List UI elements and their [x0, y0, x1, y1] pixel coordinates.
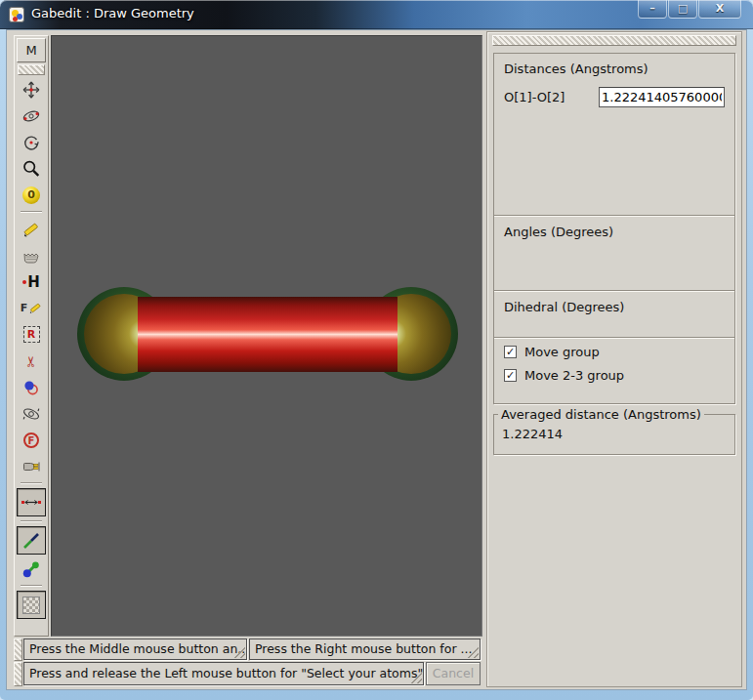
- distances-section: Distances (Angstroms) O[1]-O[2]: [494, 54, 734, 215]
- rotate-tool-button[interactable]: [18, 103, 45, 128]
- plug-icon: [21, 457, 41, 476]
- averaged-distance-value: 1.222414: [502, 427, 727, 441]
- rotate-fragment-tool-button[interactable]: [18, 401, 45, 426]
- rotate-3d-icon: [21, 106, 41, 126]
- atom-pair-tool-button[interactable]: [18, 375, 45, 399]
- draw-bond-tool-button[interactable]: [17, 526, 46, 555]
- pencil-icon: [21, 220, 41, 239]
- measure-distance-icon: [21, 496, 42, 510]
- background-pattern-tool-button[interactable]: [17, 591, 46, 619]
- rotate-fragment-icon: [21, 404, 41, 424]
- titlebar[interactable]: Gabedit : Draw Geometry – □ X: [0, 0, 753, 29]
- translate-icon: [21, 80, 41, 100]
- atom-zero-icon: 0: [22, 186, 40, 204]
- dihedral-title: Dihedral (Degrees): [504, 300, 725, 314]
- rotate-z-icon: [21, 133, 41, 152]
- eraser-icon: [21, 246, 41, 266]
- averaged-distance-title: Averaged distance (Angstroms): [498, 407, 704, 422]
- measure-panel: Distances (Angstroms) O[1]-O[2] Angles (…: [486, 31, 742, 687]
- left-mouse-statusbar: Press and release the Left mouse button …: [23, 662, 424, 685]
- fragment-letter: F: [21, 302, 28, 314]
- gabedit-app-icon: [9, 7, 24, 22]
- hydrogen-bond-dot: [22, 280, 26, 284]
- toolbar-separator: [21, 211, 42, 213]
- draw-toolbar: M 0: [14, 35, 49, 637]
- draw-pencil-tool-button[interactable]: [18, 217, 45, 241]
- distance-row: O[1]-O[2]: [504, 87, 725, 107]
- bond-line-icon: [21, 531, 41, 551]
- eraser-tool-button[interactable]: [18, 243, 45, 268]
- scissors-icon: ✂: [22, 354, 40, 367]
- add-hydrogen-tool-button[interactable]: H: [18, 269, 45, 294]
- gabedit-window: Gabedit : Draw Geometry – □ X M 0: [0, 0, 753, 700]
- toolbar-separator: [21, 520, 42, 522]
- distances-title: Distances (Angstroms): [504, 62, 725, 76]
- edit-fragment-tool-button[interactable]: F: [18, 296, 45, 320]
- measure-distance-tool-button[interactable]: [17, 488, 46, 516]
- move-group-checkbox-row[interactable]: ✓ Move group: [504, 345, 725, 359]
- statusbar-drag-handle[interactable]: [14, 662, 22, 686]
- zoom-icon: [21, 159, 41, 179]
- toolbar-separator: [21, 482, 42, 484]
- statusbar-drag-handle[interactable]: [14, 638, 22, 661]
- move-23-group-checkbox[interactable]: ✓: [504, 369, 517, 382]
- oxygen-oxygen-bond[interactable]: [138, 297, 397, 372]
- connect-tool-button[interactable]: [18, 454, 45, 478]
- fragment-circle-icon: F: [23, 432, 39, 448]
- bond-atoms-tool-button[interactable]: [18, 556, 45, 581]
- left-mouse-status-text: Press and release the Left mouse button …: [29, 666, 424, 680]
- geometry-canvas[interactable]: [51, 35, 482, 637]
- rectangle-selection-icon: R: [23, 326, 40, 343]
- right-mouse-status-text: Press the Right mouse button for ...: [255, 641, 472, 656]
- rectangle-selection-tool-button[interactable]: R: [18, 322, 45, 347]
- window-controls: – □ X: [637, 0, 741, 19]
- middle-mouse-status-text: Press the Middle mouse button an...: [29, 641, 247, 656]
- group-options-section: ✓ Move group ✓ Move 2-3 group: [494, 339, 734, 403]
- averaged-distance-frame: Averaged distance (Angstroms) 1.222414: [493, 414, 735, 455]
- measure-frame: Distances (Angstroms) O[1]-O[2] Angles (…: [493, 53, 735, 404]
- cancel-button[interactable]: Cancel: [426, 662, 481, 685]
- hydrogen-icon: H: [27, 273, 40, 291]
- zoom-tool-button[interactable]: [18, 156, 45, 181]
- distance-label: O[1]-O[2]: [504, 90, 599, 104]
- maximize-button[interactable]: □: [668, 0, 697, 19]
- angles-section: Angles (Degrees): [494, 217, 734, 290]
- dihedral-section: Dihedral (Degrees): [494, 292, 734, 337]
- move-group-checkbox[interactable]: ✓: [504, 346, 517, 358]
- checker-pattern-icon: [22, 597, 40, 614]
- toolbar-separator: [21, 585, 42, 587]
- angles-title: Angles (Degrees): [504, 225, 725, 239]
- minimize-button[interactable]: –: [638, 0, 667, 19]
- client-area: M 0: [6, 29, 747, 690]
- window-title: Gabedit : Draw Geometry: [31, 6, 194, 21]
- move-23-group-label: Move 2-3 group: [524, 368, 624, 383]
- pencil-small-icon: [28, 302, 42, 315]
- bond-dumbbell-icon: [21, 559, 41, 579]
- measure-menu-button[interactable]: M: [17, 38, 46, 62]
- close-button[interactable]: X: [698, 0, 741, 19]
- rotate-z-tool-button[interactable]: [18, 130, 45, 154]
- atom-pair-icon: [21, 378, 41, 397]
- move-group-label: Move group: [524, 345, 600, 359]
- translate-tool-button[interactable]: [18, 77, 45, 102]
- move-23-group-checkbox-row[interactable]: ✓ Move 2-3 group: [504, 368, 725, 383]
- atom-number-tool-button[interactable]: 0: [18, 183, 45, 207]
- cut-tool-button[interactable]: ✂: [18, 349, 45, 373]
- middle-mouse-statusbar: Press the Middle mouse button an...: [23, 638, 247, 660]
- right-mouse-statusbar: Press the Right mouse button for ...: [249, 638, 481, 660]
- panel-drag-handle[interactable]: [492, 35, 736, 46]
- distance-input[interactable]: [599, 87, 725, 107]
- toolbar-drag-handle[interactable]: [18, 64, 45, 75]
- fragment-global-tool-button[interactable]: F: [18, 428, 45, 452]
